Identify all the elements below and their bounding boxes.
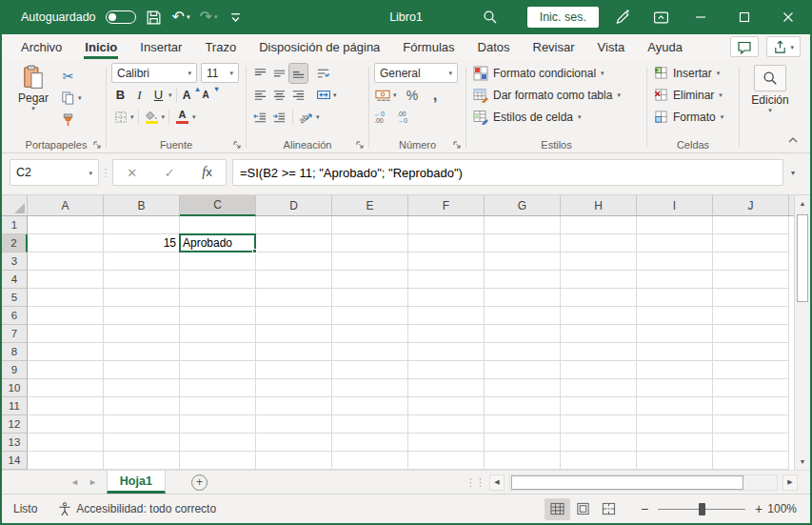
cell-H4[interactable] xyxy=(561,271,637,289)
cell-H10[interactable] xyxy=(561,379,637,397)
row-header-1[interactable]: 1 xyxy=(2,216,28,234)
cell-G5[interactable] xyxy=(485,289,561,307)
cell-A1[interactable] xyxy=(28,216,104,234)
accounting-format-button[interactable] xyxy=(374,86,392,105)
cell-C5[interactable] xyxy=(180,289,256,307)
cell-G6[interactable] xyxy=(485,307,561,325)
cell-D12[interactable] xyxy=(256,415,332,434)
cell-F7[interactable] xyxy=(408,325,485,343)
cell-F11[interactable] xyxy=(408,397,485,415)
cell-J7[interactable] xyxy=(713,325,789,343)
increase-font-button[interactable]: A▴ xyxy=(181,86,199,105)
cell-I12[interactable] xyxy=(637,415,713,434)
cell-I7[interactable] xyxy=(637,325,713,343)
scroll-up-button[interactable]: ▲ xyxy=(795,195,810,212)
cell-G8[interactable] xyxy=(485,343,561,361)
cell-C9[interactable] xyxy=(180,361,256,379)
wrap-text-button[interactable] xyxy=(314,64,332,83)
cell-E9[interactable] xyxy=(332,361,408,379)
copy-button[interactable] xyxy=(59,89,77,108)
cell-A4[interactable] xyxy=(28,271,104,289)
cell-I2[interactable] xyxy=(637,234,713,252)
search-button[interactable] xyxy=(482,5,499,30)
cell-B1[interactable] xyxy=(104,216,180,234)
ribbon-tab-revisar[interactable]: Revisar xyxy=(522,34,586,59)
align-bottom-button[interactable] xyxy=(289,64,307,83)
cell-A12[interactable] xyxy=(28,415,104,434)
cell-styles-button[interactable]: Estilos de celda ▾ xyxy=(471,107,642,127)
cell-D3[interactable] xyxy=(256,252,332,271)
zoom-slider[interactable] xyxy=(658,501,745,517)
column-header-F[interactable]: F xyxy=(408,195,485,216)
cell-A11[interactable] xyxy=(28,397,104,415)
cell-D10[interactable] xyxy=(256,379,332,397)
cell-C2[interactable]: Aprobado xyxy=(180,234,256,252)
confirm-entry-button[interactable]: ✓ xyxy=(165,166,175,180)
cell-E6[interactable] xyxy=(332,307,408,325)
cell-J11[interactable] xyxy=(713,397,789,415)
cell-E7[interactable] xyxy=(332,325,408,343)
minimize-button[interactable] xyxy=(679,0,723,34)
expand-formula-bar-button[interactable]: ▾ xyxy=(783,169,802,177)
ribbon-tab-inicio[interactable]: Inicio xyxy=(73,34,129,59)
cell-G9[interactable] xyxy=(485,361,561,379)
formula-bar-splitter[interactable]: ⋮ xyxy=(99,167,112,179)
cell-A5[interactable] xyxy=(28,289,104,307)
cell-E2[interactable] xyxy=(332,234,408,252)
vertical-scrollbar[interactable]: ▲ ▼ xyxy=(794,195,810,470)
cell-G2[interactable] xyxy=(485,234,561,252)
cell-H1[interactable] xyxy=(561,216,637,234)
cell-G1[interactable] xyxy=(485,216,561,234)
ribbon-tab-disposición-de-página[interactable]: Disposición de página xyxy=(248,34,391,59)
cell-F1[interactable] xyxy=(408,216,485,234)
align-top-button[interactable] xyxy=(251,64,269,83)
cell-J3[interactable] xyxy=(713,252,789,271)
clipboard-dialog-launcher[interactable] xyxy=(92,140,102,150)
tab-split-handle[interactable]: ⋮⋮ xyxy=(465,476,485,489)
cell-I8[interactable] xyxy=(637,343,713,361)
cell-C3[interactable] xyxy=(180,252,256,271)
cell-G10[interactable] xyxy=(485,379,561,397)
cell-J9[interactable] xyxy=(713,361,789,379)
collapse-ribbon-button[interactable] xyxy=(787,133,799,147)
align-right-button[interactable] xyxy=(289,86,307,105)
cell-J10[interactable] xyxy=(713,379,789,397)
save-button[interactable] xyxy=(146,5,163,30)
cell-J8[interactable] xyxy=(713,343,789,361)
cell-G12[interactable] xyxy=(485,415,561,434)
cell-B3[interactable] xyxy=(104,252,180,271)
cell-F10[interactable] xyxy=(408,379,485,397)
cell-I13[interactable] xyxy=(637,434,713,452)
name-box-chevron[interactable]: ▾ xyxy=(89,170,92,176)
cell-H9[interactable] xyxy=(561,361,637,379)
cell-C14[interactable] xyxy=(180,452,256,470)
close-button[interactable] xyxy=(766,0,810,34)
format-painter-button[interactable] xyxy=(59,111,77,130)
insert-function-button[interactable]: fx xyxy=(202,165,211,180)
cell-H3[interactable] xyxy=(561,252,637,271)
percent-style-button[interactable]: % xyxy=(404,86,422,105)
cell-J4[interactable] xyxy=(713,271,789,289)
cell-A14[interactable] xyxy=(28,452,104,470)
next-sheet-button[interactable]: ► xyxy=(89,477,97,487)
increase-indent-button[interactable] xyxy=(270,108,288,127)
align-left-button[interactable] xyxy=(251,86,269,105)
column-header-E[interactable]: E xyxy=(332,195,408,216)
decrease-font-button[interactable]: A▾ xyxy=(200,86,218,105)
cell-B7[interactable] xyxy=(104,325,180,343)
cell-A13[interactable] xyxy=(28,434,104,452)
copy-chevron[interactable]: ▾ xyxy=(78,94,82,101)
scroll-left-button[interactable]: ◀ xyxy=(489,475,505,491)
cell-G3[interactable] xyxy=(485,252,561,271)
cell-E3[interactable] xyxy=(332,252,408,271)
cell-A3[interactable] xyxy=(28,252,104,271)
scroll-right-button[interactable]: ▶ xyxy=(782,475,798,491)
ribbon-display-options-button[interactable] xyxy=(652,5,669,30)
cell-G13[interactable] xyxy=(485,434,561,452)
cell-C13[interactable] xyxy=(180,434,256,452)
cell-H12[interactable] xyxy=(561,415,637,434)
row-header-14[interactable]: 14 xyxy=(2,452,28,470)
cell-H8[interactable] xyxy=(561,343,637,361)
select-all-corner[interactable] xyxy=(2,195,28,216)
font-family-select[interactable]: Calibri▾ xyxy=(111,63,197,83)
